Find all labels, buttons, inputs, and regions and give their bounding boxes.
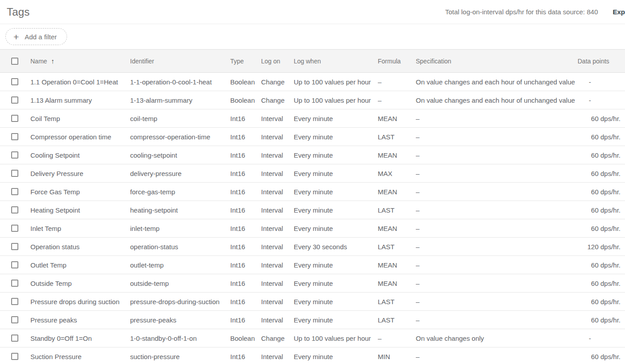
data-points-cell: 60 dps/hr. <box>578 188 625 196</box>
data-points-cell: 60 dps/hr. <box>578 261 625 269</box>
type-cell: Int16 <box>230 243 261 251</box>
row-checkbox-cell <box>0 353 30 360</box>
table-row[interactable]: Delivery Pressure delivery-pressure Int1… <box>0 164 625 183</box>
table-row[interactable]: Operation status operation-status Int16 … <box>0 238 625 256</box>
data-points-cell: 60 dps/hr. <box>578 298 625 305</box>
name-cell: Outlet Temp <box>30 261 130 269</box>
formula-cell: MIN <box>378 353 416 360</box>
row-checkbox[interactable] <box>11 353 18 360</box>
specification-cell: – <box>416 115 578 122</box>
top-bar-right: Total log-on-interval dps/hr for this da… <box>445 8 625 16</box>
data-points-cell: 60 dps/hr. <box>578 151 625 159</box>
row-checkbox-cell <box>0 206 30 213</box>
table-row[interactable]: Compressor operation time compressor-ope… <box>0 128 625 146</box>
table-row[interactable]: Pressure peaks pressure-peaks Int16 Inte… <box>0 311 625 329</box>
row-checkbox-cell <box>0 261 30 268</box>
export-button[interactable]: Exp <box>612 8 625 16</box>
table-row[interactable]: Outside Temp outside-temp Int16 Interval… <box>0 274 625 293</box>
column-header-identifier[interactable]: Identifier <box>130 58 230 65</box>
row-checkbox[interactable] <box>11 96 18 104</box>
log-when-cell: Every 30 seconds <box>294 243 378 251</box>
row-checkbox[interactable] <box>11 316 18 323</box>
table-row[interactable]: Force Gas Temp force-gas-temp Int16 Inte… <box>0 183 625 201</box>
log-on-cell: Interval <box>261 243 294 251</box>
formula-cell: LAST <box>378 206 416 214</box>
formula-cell: MEAN <box>378 188 416 196</box>
type-cell: Int16 <box>230 170 261 177</box>
name-cell: Heating Setpoint <box>30 206 130 214</box>
row-checkbox[interactable] <box>11 115 18 122</box>
identifier-cell: 1-13-alarm-summary <box>130 96 230 104</box>
identifier-cell: operation-status <box>130 243 230 251</box>
type-cell: Int16 <box>230 206 261 214</box>
row-checkbox-cell <box>0 78 30 85</box>
table-row[interactable]: Suction Pressure suction-pressure Int16 … <box>0 347 625 364</box>
table-row[interactable]: Cooling Setpoint cooling-setpoint Int16 … <box>0 146 625 164</box>
row-checkbox-cell <box>0 298 30 305</box>
row-checkbox[interactable] <box>11 280 18 287</box>
data-points-cell: 60 dps/hr. <box>578 353 625 360</box>
specification-cell: – <box>416 151 578 159</box>
page-title: Tags <box>7 6 30 18</box>
row-checkbox[interactable] <box>11 298 18 305</box>
row-checkbox[interactable] <box>11 225 18 232</box>
formula-cell: MAX <box>378 170 416 177</box>
specification-cell: – <box>416 243 578 251</box>
log-on-cell: Interval <box>261 316 294 324</box>
column-header-formula[interactable]: Formula <box>378 58 416 65</box>
name-cell: Coil Temp <box>30 115 130 122</box>
type-cell: Int16 <box>230 115 261 122</box>
row-checkbox[interactable] <box>11 206 18 213</box>
specification-cell: – <box>416 280 578 287</box>
column-header-log-on[interactable]: Log on <box>261 58 294 65</box>
name-cell: Delivery Pressure <box>30 170 130 177</box>
table-row[interactable]: Pressure drops during suction pressure-d… <box>0 293 625 311</box>
tags-table: Name ↑ Identifier Type Log on Log when F… <box>0 50 625 364</box>
name-cell: Standby 0=Off 1=On <box>30 335 130 342</box>
specification-cell: – <box>416 206 578 214</box>
data-points-cell: 60 dps/hr. <box>578 115 625 122</box>
column-header-type[interactable]: Type <box>230 58 261 65</box>
column-header-name[interactable]: Name ↑ <box>30 57 130 65</box>
row-checkbox-cell <box>0 335 30 342</box>
row-checkbox-cell <box>0 170 30 177</box>
filter-bar: + Add a filter <box>0 24 625 50</box>
log-when-cell: Every minute <box>294 261 378 269</box>
row-checkbox[interactable] <box>11 243 18 250</box>
column-header-name-label: Name <box>30 58 47 65</box>
row-checkbox[interactable] <box>11 188 18 195</box>
log-on-cell: Change <box>261 96 294 104</box>
table-row[interactable]: Outlet Temp outlet-temp Int16 Interval E… <box>0 256 625 274</box>
formula-cell: LAST <box>378 316 416 324</box>
data-points-cell: 60 dps/hr. <box>578 170 625 177</box>
table-row[interactable]: Standby 0=Off 1=On 1-0-standby-0-off-1-o… <box>0 329 625 347</box>
table-row[interactable]: Heating Setpoint heating-setpoint Int16 … <box>0 201 625 219</box>
table-body: 1.1 Operation 0=Cool 1=Heat 1-1-operatio… <box>0 73 625 364</box>
row-checkbox[interactable] <box>11 261 18 268</box>
row-checkbox[interactable] <box>11 78 18 85</box>
column-header-log-when[interactable]: Log when <box>294 58 378 65</box>
data-points-cell: 120 dps/hr. <box>578 243 625 251</box>
log-when-cell: Every minute <box>294 206 378 214</box>
table-row[interactable]: 1.13 Alarm summary 1-13-alarm-summary Bo… <box>0 91 625 109</box>
log-when-cell: Every minute <box>294 316 378 324</box>
row-checkbox-cell <box>0 280 30 287</box>
specification-cell: – <box>416 225 578 232</box>
row-checkbox[interactable] <box>11 133 18 140</box>
column-header-specification[interactable]: Specification <box>416 58 578 65</box>
row-checkbox[interactable] <box>11 170 18 177</box>
row-checkbox[interactable] <box>11 335 18 342</box>
add-filter-button[interactable]: + Add a filter <box>5 28 67 45</box>
table-row[interactable]: Coil Temp coil-temp Int16 Interval Every… <box>0 109 625 128</box>
name-cell: Compressor operation time <box>30 133 130 141</box>
column-header-data-points[interactable]: Data points <box>578 58 625 65</box>
select-all-checkbox[interactable] <box>11 58 18 65</box>
table-row[interactable]: Inlet Temp inlet-temp Int16 Interval Eve… <box>0 219 625 238</box>
row-checkbox-cell <box>0 316 30 323</box>
row-checkbox[interactable] <box>11 151 18 159</box>
log-on-cell: Interval <box>261 280 294 287</box>
table-row[interactable]: 1.1 Operation 0=Cool 1=Heat 1-1-operatio… <box>0 73 625 91</box>
log-when-cell: Every minute <box>294 353 378 360</box>
add-filter-label: Add a filter <box>25 33 57 41</box>
name-cell: Cooling Setpoint <box>30 151 130 159</box>
